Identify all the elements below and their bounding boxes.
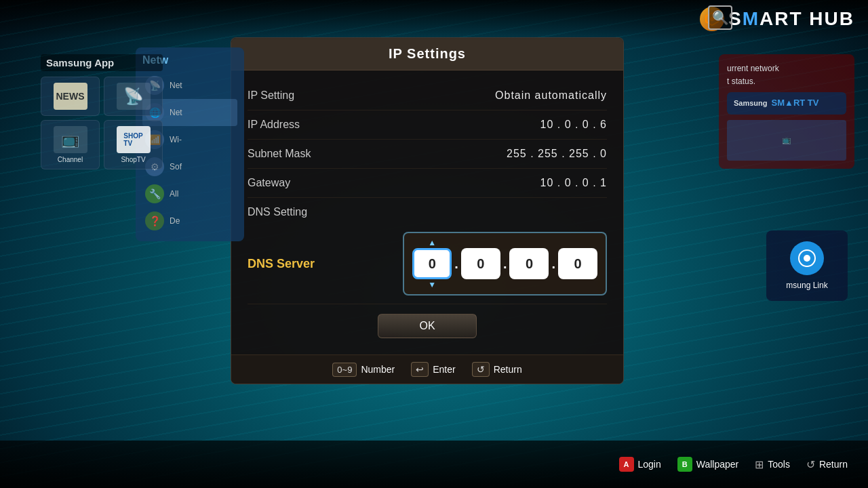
dns-field-4[interactable]: 0 (558, 248, 597, 279)
tools-status-item[interactable]: ⊞ Tools (755, 458, 790, 471)
news-app-tile[interactable]: NEWS (41, 77, 100, 116)
hint-enter: ↩ Enter (411, 362, 455, 377)
wallpaper-status-item[interactable]: B Wallpaper (677, 457, 739, 472)
dialog-title-bar: IP Settings (231, 38, 623, 70)
dns-dot-1: . (454, 256, 458, 272)
hint-enter-icon: ↩ (411, 362, 429, 377)
samsung-apps-label: Samsung App (41, 54, 163, 71)
ip-address-row: IP Address 10 . 0 . 0 . 6 (248, 110, 607, 140)
hint-number: 0~9 Number (332, 362, 395, 377)
dns-field-wrapper-3: ▲ 0 ▼ (509, 239, 549, 289)
dns-down-arrow-1[interactable]: ▼ (428, 281, 436, 289)
subnet-mask-row: Subnet Mask 255 . 255 . 255 . 0 (248, 140, 607, 169)
dns-setting-label: DNS Setting (248, 206, 307, 218)
tools-icon: ⊞ (755, 458, 764, 471)
dns-up-arrow-1[interactable]: ▲ (428, 239, 436, 247)
all-icon: 🔧 (145, 184, 164, 203)
wallpaper-btn-icon: B (677, 457, 692, 472)
network-wifi-text: Wi- (170, 135, 182, 144)
shoptv-tile[interactable]: SHOPTV ShopTV (104, 120, 163, 169)
network-de-text: De (170, 216, 180, 226)
shoptv-label: ShopTV (121, 156, 145, 163)
samsung-label: Samsung (734, 98, 768, 110)
tv-thumbnail: 📺 (727, 120, 846, 161)
login-btn-icon: A (619, 457, 634, 472)
channel-tile[interactable]: 📺 Channel (41, 120, 100, 169)
hint-return-icon: ↺ (472, 362, 490, 377)
network-item-all[interactable]: 🔧 All (142, 180, 237, 207)
current-network-box: urrent network t status. Samsung SM▲RT T… (719, 54, 854, 169)
network-text-1: Net (170, 81, 182, 90)
ip-setting-row: IP Setting Obtain automatically (248, 81, 607, 110)
ip-setting-label: IP Setting (248, 89, 294, 102)
help-icon: ❓ (145, 211, 164, 230)
dialog-hints: 0~9 Number ↩ Enter ↺ Return (231, 354, 623, 384)
gateway-value: 10 . 0 . 0 . 1 (540, 177, 608, 189)
dialog-body: IP Setting Obtain automatically IP Addre… (231, 70, 623, 354)
hint-number-label: Number (361, 364, 395, 375)
channel-label: Channel (58, 156, 83, 163)
subnet-mask-value: 255 . 255 . 255 . 0 (507, 148, 607, 160)
dns-setting-row: DNS Setting (248, 198, 607, 226)
hint-enter-label: Enter (433, 364, 455, 375)
dns-server-label: DNS Server (248, 257, 315, 271)
app-grid: NEWS 📡 📺 Channel SHOPTV ShopTV (41, 77, 163, 169)
ok-button[interactable]: OK (378, 314, 476, 338)
samsung-link-label: msung Link (786, 281, 827, 290)
ip-address-label: IP Address (248, 119, 300, 131)
gateway-label: Gateway (248, 177, 290, 189)
dns-field-3[interactable]: 0 (509, 248, 549, 279)
network-text-2: Net (170, 108, 182, 117)
right-panel: urrent network t status. Samsung SM▲RT T… (719, 54, 854, 176)
subnet-mask-label: Subnet Mask (248, 148, 311, 160)
ip-setting-value: Obtain automatically (495, 89, 607, 102)
ok-button-row: OK (248, 314, 607, 338)
network-item-de[interactable]: ❓ De (142, 207, 237, 235)
hint-return: ↺ Return (472, 362, 522, 377)
channel-icon: 📺 (54, 126, 87, 153)
dialog-title: IP Settings (239, 46, 615, 62)
satellite-icon: 📡 (117, 83, 151, 110)
samsung-link-tile[interactable]: msung Link (766, 230, 848, 301)
tools-label: Tools (768, 459, 790, 470)
current-network-text2: t status. (727, 75, 846, 88)
ip-address-value: 10 . 0 . 0 . 6 (540, 119, 608, 131)
samsung-smart-tv-badge: Samsung SM▲RT TV (727, 92, 846, 115)
hint-number-key: 0~9 (332, 363, 357, 377)
return-label: Return (819, 459, 848, 470)
dns-field-1[interactable]: 0 (412, 248, 452, 279)
dns-dot-3: . (551, 256, 555, 272)
dns-inputs: ▲ 0 ▼ . ▲ 0 ▼ . ▲ 0 ▼ . (403, 232, 607, 296)
smart-hub-title: SMART HUB (728, 8, 854, 30)
network-all-text: All (170, 189, 178, 199)
left-panel: Samsung App NEWS 📡 📺 Channel SHOPTV Shop… (41, 54, 163, 169)
hint-return-label: Return (494, 364, 522, 375)
login-label: Login (638, 459, 661, 470)
shoptv-icon: SHOPTV (117, 126, 151, 153)
satellite-app-tile[interactable]: 📡 (104, 77, 163, 116)
search-icon[interactable]: 🔍 (708, 5, 732, 30)
dns-field-wrapper-2: ▲ 0 ▼ (461, 239, 500, 289)
current-network-text1: urrent network (727, 62, 846, 75)
ip-settings-dialog: IP Settings IP Setting Obtain automatica… (231, 37, 624, 384)
wallpaper-label: Wallpaper (696, 459, 739, 470)
login-status-item[interactable]: A Login (619, 457, 661, 472)
dns-field-wrapper-4: ▲ 0 ▼ (558, 239, 597, 289)
dns-field-2[interactable]: 0 (461, 248, 500, 279)
smart-tv-label: SM▲RT TV (772, 96, 819, 110)
return-icon: ↺ (806, 458, 815, 471)
gateway-row: Gateway 10 . 0 . 0 . 1 (248, 169, 607, 198)
svg-point-3 (804, 255, 810, 262)
dns-field-wrapper-1: ▲ 0 ▼ (412, 239, 452, 289)
network-soft-text: Sof (170, 162, 182, 171)
dns-dot-2: . (503, 256, 507, 272)
dns-server-row: DNS Server ▲ 0 ▼ . ▲ 0 ▼ . ▲ (248, 226, 607, 304)
bottom-bar: A Login B Wallpaper ⊞ Tools ↺ Return (0, 441, 868, 488)
news-app-icon: NEWS (54, 83, 87, 110)
samsung-link-icon (790, 241, 824, 275)
return-status-item[interactable]: ↺ Return (806, 458, 848, 471)
